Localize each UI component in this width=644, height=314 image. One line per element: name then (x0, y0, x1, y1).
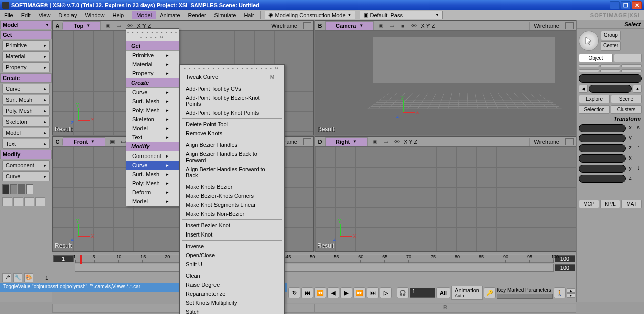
prev-icon[interactable]: ◀ (579, 85, 588, 93)
section-modify[interactable]: Modify (0, 150, 52, 159)
btn-modify-curve[interactable]: Curve▸ (2, 171, 50, 181)
selection-button[interactable]: Selection (579, 105, 610, 114)
vp-letter-a[interactable]: A (53, 23, 63, 29)
submenu-item[interactable]: Align Bezier Handles (180, 140, 284, 149)
submenu-item[interactable]: Delete Point Tool (180, 120, 284, 129)
palette-icon[interactable]: 🎨 (24, 273, 33, 282)
vp-name-camera[interactable]: Camera▼ (325, 21, 374, 30)
sz-field[interactable] (579, 144, 626, 152)
maximize-vp-icon[interactable] (303, 138, 311, 145)
camera-icon[interactable]: ▣ (108, 138, 116, 145)
section-get[interactable]: Get (0, 30, 52, 39)
submenu-item[interactable]: Inverse (180, 242, 284, 251)
mat-button[interactable]: MAT (621, 200, 642, 208)
section-create[interactable]: Create (0, 73, 52, 83)
scene-button[interactable]: Scene (611, 95, 642, 103)
mcp-button[interactable]: MCP (579, 200, 599, 208)
timeline-track[interactable]: 1510152025303540455055606570758085909510… (75, 255, 554, 263)
selection-field[interactable] (579, 74, 642, 83)
btn-surfmesh[interactable]: Surf. Mesh▸ (2, 95, 50, 105)
btn-component[interactable]: Component▸ (2, 160, 50, 170)
ry-field[interactable] (579, 165, 626, 173)
eye-icon[interactable]: 👁 (410, 22, 418, 29)
submenu-item[interactable]: Set Knots Multiplicity (180, 298, 284, 307)
timeline-range[interactable] (75, 264, 554, 272)
minimize-button[interactable]: _ (610, 1, 620, 9)
swatch-light[interactable] (26, 184, 33, 194)
dm-deform[interactable]: Deform▸ (126, 188, 179, 197)
person-icon[interactable]: 🚶 (554, 287, 566, 298)
dm-polymesh[interactable]: Poly. Mesh▸ (126, 106, 179, 115)
key-track[interactable] (497, 294, 553, 299)
submenu-item[interactable]: Remove Knots (180, 129, 284, 138)
menu-animate[interactable]: Animate (156, 11, 184, 19)
tearoff-handle[interactable]: - - - - - - - - - - - - - - - ✂ (126, 29, 179, 41)
viewport-b[interactable]: B Camera▼ ▣ ▭ ■ 👁 X Y Z Wireframe y x z … (315, 20, 576, 135)
vp-name-front[interactable]: Front▼ (63, 137, 105, 146)
dm-mod-model[interactable]: Model▸ (126, 197, 179, 206)
tool-icon-1[interactable] (2, 197, 12, 206)
end-frame2[interactable]: 100 (555, 264, 575, 271)
vp-name-top[interactable]: Top▼ (63, 21, 101, 30)
loop-icon[interactable]: ↻ (288, 287, 300, 298)
vp-mode-b[interactable]: Wireframe (529, 22, 563, 30)
dm-mod-surfmesh[interactable]: Surf. Mesh▸ (126, 170, 179, 179)
rz-field[interactable] (579, 175, 626, 183)
tool-icon-4[interactable] (35, 197, 45, 206)
submenu-item[interactable]: Align Bezier Handles Forward to Back (180, 165, 284, 180)
pass-dropdown[interactable]: ▣ Default_Pass ▼ (360, 11, 443, 19)
start-frame[interactable]: 1 (53, 255, 74, 262)
dm-property[interactable]: Property▸ (126, 69, 179, 78)
tearoff-handle[interactable]: - - - - - - - - - - - - - - - - - - - ✂ (180, 65, 284, 72)
script-icon[interactable]: ⎇ (2, 273, 11, 282)
submenu-item[interactable]: Make Bezier-Knots Corners (180, 191, 284, 200)
sel-btn-3[interactable] (621, 64, 642, 67)
dm-modify-curve[interactable]: Curve▸ (126, 161, 179, 170)
swatch-mid[interactable] (10, 184, 17, 194)
dm-skeleton[interactable]: Skeleton▸ (126, 115, 179, 124)
maximize-vp-icon[interactable] (565, 22, 574, 29)
play-icon[interactable]: ▷ (380, 287, 392, 298)
submenu-item[interactable]: Tweak CurveM (180, 72, 284, 82)
submenu-item[interactable]: Insert Knot (180, 230, 284, 239)
maximize-button[interactable]: ❐ (621, 1, 631, 9)
xyz-label[interactable]: X Y Z (421, 23, 435, 29)
sel-btn-6[interactable] (621, 69, 642, 72)
up-arrow-icon[interactable]: ▲ (567, 288, 575, 293)
submenu-item[interactable]: Open/Close (180, 251, 284, 260)
record-icon[interactable]: ▭ (382, 138, 390, 145)
menu-file[interactable]: File (0, 11, 17, 19)
submenu-item[interactable]: Make Knots Non-Bezier (180, 209, 284, 218)
playhead-icon[interactable] (80, 255, 82, 264)
record-icon[interactable]: ▭ (115, 22, 123, 29)
btn-polymesh[interactable]: Poly. Mesh▸ (2, 106, 50, 116)
cursor-tool-icon[interactable] (579, 31, 599, 51)
menu-view[interactable]: View (35, 11, 55, 19)
left-panel-header[interactable]: Model▼ (0, 20, 52, 29)
explore-button[interactable]: Explore (579, 95, 610, 103)
xyz-label[interactable]: X Y Z (137, 23, 151, 29)
dm-material[interactable]: Material▸ (126, 60, 179, 69)
last-frame-icon[interactable]: ⏭ (367, 287, 379, 298)
vp-mode-a[interactable]: Wireframe (267, 22, 301, 30)
btn-material[interactable]: Material▸ (2, 51, 50, 61)
submenu-item[interactable]: Add-Point Tool by Knot Points (180, 108, 284, 117)
submenu-item[interactable]: Make Knots Bezier (180, 182, 284, 191)
camera-icon[interactable]: ▣ (377, 22, 385, 29)
btn-model[interactable]: Model▸ (2, 128, 50, 138)
vp-letter-d[interactable]: D (315, 139, 325, 145)
submenu-item[interactable]: Add-Point Tool by CVs (180, 84, 284, 93)
vp-letter-c[interactable]: C (53, 139, 63, 145)
dm-mod-polymesh[interactable]: Poly. Mesh▸ (126, 179, 179, 188)
btn-text[interactable]: Text▸ (2, 139, 50, 149)
menu-window[interactable]: Window (81, 11, 108, 19)
blank-button-1[interactable] (614, 54, 642, 62)
up-icon[interactable]: ▲ (633, 85, 642, 93)
sel-btn-4[interactable] (579, 69, 599, 72)
btn-property[interactable]: Property▸ (2, 62, 50, 72)
next-frame-icon[interactable]: ▶ (340, 287, 352, 298)
swatch-dark[interactable] (2, 184, 9, 194)
viewport-d[interactable]: D Right▼ ▣ ▭ 👁 X Y Z Wireframe y x z Res… (315, 136, 576, 252)
rx-field[interactable] (579, 154, 626, 163)
swatch-mid2[interactable] (18, 184, 25, 194)
